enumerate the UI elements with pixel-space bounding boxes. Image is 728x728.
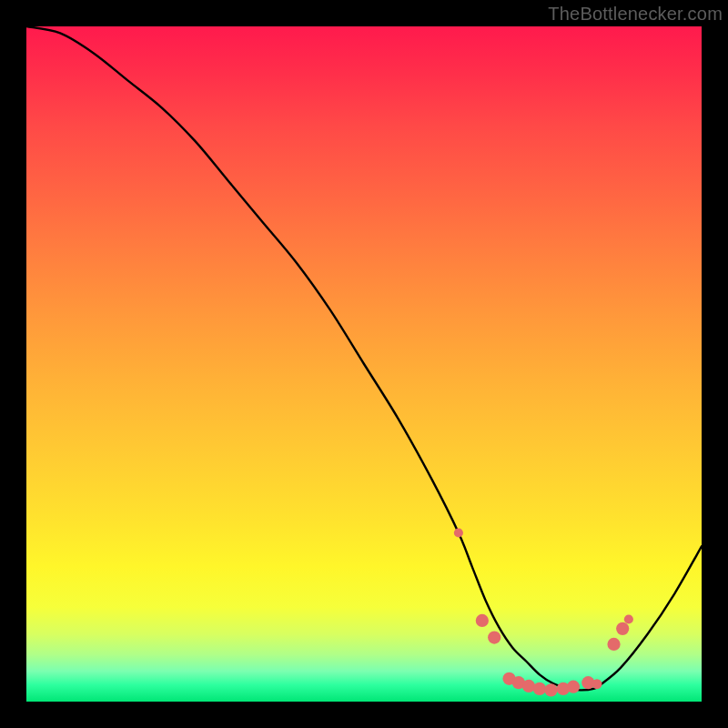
chart-frame: TheBottlenecker.com — [0, 0, 728, 728]
attribution-text: TheBottlenecker.com — [548, 4, 723, 25]
chart-gradient-background — [26, 26, 702, 702]
